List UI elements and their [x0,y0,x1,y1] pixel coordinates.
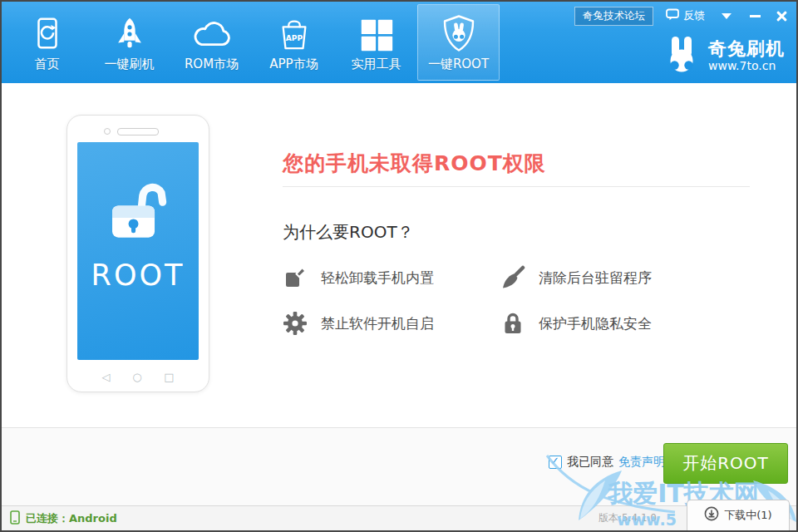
version-text: 版本:5.4.1.0 [598,506,657,530]
feature-uninstall: 轻松卸载手机内置 [283,264,500,291]
app-bag-icon: APP [276,12,313,52]
page-title: 您的手机未取得ROOT权限 [283,150,546,177]
nav-tabs: 首页 一键刷机 [6,4,500,81]
connection-status: 已连接：Android [10,506,117,530]
feature-autostart-label: 禁止软件开机自启 [321,314,434,333]
minimize-button[interactable] [748,10,762,22]
status-bar: 已连接：Android 版本:5.4.1.0 [2,505,796,530]
tab-app-label: APP市场 [269,57,318,72]
feature-clean: 清除后台驻留程序 [500,264,718,291]
brand-url: www.7to.cn [708,59,785,72]
brand-name: 奇兔刷机 [708,39,785,59]
tab-home[interactable]: 首页 [6,4,88,81]
download-label: 下载中(1) [724,508,771,523]
feature-clean-label: 清除后台驻留程序 [539,268,652,288]
header: 首页 一键刷机 [2,2,796,83]
feedback-label: 反馈 [683,8,705,23]
feature-privacy: 保护手机隐私安全 [500,310,718,337]
tab-rom-market[interactable]: ROM市场 [170,4,253,81]
app-window: 首页 一键刷机 [0,0,798,532]
phone-illustration: ROOT ◁ ○ □ [66,115,209,392]
tab-one-key-root[interactable]: 一键ROOT [417,4,500,81]
app-bag-text: APP [285,34,303,42]
title-divider [283,186,750,187]
phone-screen: ROOT [77,142,199,360]
gear-icon [283,311,308,336]
menu-dropdown-button[interactable] [720,10,733,22]
tab-rom-label: ROM市场 [185,57,239,72]
main-content: ROOT ◁ ○ □ 您的手机未取得ROOT权限 为什么要ROOT？ 轻松卸载手… [2,83,796,427]
agree-checkbox[interactable] [549,456,562,469]
disclaimer-link[interactable]: 免责声明 [618,455,665,470]
tab-home-label: 首页 [35,57,60,72]
tab-app-market[interactable]: APP APP市场 [253,4,335,81]
grid-icon [359,12,394,52]
feedback-button[interactable]: 反馈 [666,8,705,23]
feature-list: 轻松卸载手机内置 清除后台驻留程序 [283,264,718,337]
close-button[interactable] [776,10,788,22]
tab-tools-label: 实用工具 [352,57,401,72]
connected-phone-icon [10,510,20,527]
phone-speaker [117,128,159,135]
forum-button[interactable]: 奇兔技术论坛 [574,7,653,26]
android-back-icon: ◁ [101,371,110,384]
agree-row: 我已同意 免责声明 [549,455,665,470]
start-root-button[interactable]: 开始ROOT [663,443,788,484]
tab-one-key-flash[interactable]: 一键刷机 [88,4,170,81]
rabbit-logo-icon [662,35,702,76]
cloud-icon [190,12,234,52]
why-root-heading: 为什么要ROOT？ [283,221,414,244]
connection-text: 已连接：Android [26,511,117,526]
brand-logo: 奇兔刷机 www.7to.cn [662,35,785,76]
download-panel[interactable]: 下载中(1) [687,500,790,530]
android-recent-icon: □ [164,371,174,384]
android-home-icon: ○ [132,371,141,384]
brush-icon [500,265,525,290]
phone-root-text: ROOT [91,259,185,292]
tab-root-label: 一键ROOT [428,57,489,72]
action-bar: 我已同意 免责声明 开始ROOT [2,427,796,506]
phone-nav-bar: ◁ ○ □ [67,371,209,384]
rocket-icon [111,12,148,52]
chevron-down-icon [722,13,732,19]
titlebar: 奇兔技术论坛 反馈 [574,7,788,25]
feature-autostart: 禁止软件开机自启 [283,310,500,337]
minimize-icon [750,15,761,17]
shield-rabbit-icon [440,12,478,52]
tab-flash-label: 一键刷机 [105,57,155,72]
tab-tools[interactable]: 实用工具 [335,4,417,81]
feature-privacy-label: 保护手机隐私安全 [539,314,652,333]
open-lock-icon [100,175,176,247]
home-phone-refresh-icon [29,12,66,52]
feature-uninstall-label: 轻松卸载手机内置 [321,268,434,288]
lock-icon [500,311,525,336]
uninstall-icon [283,265,308,290]
download-circle-icon [704,506,719,525]
agree-label: 我已同意 [567,455,613,470]
feedback-bubble-icon [666,8,679,23]
phone-camera-dot [104,128,111,135]
